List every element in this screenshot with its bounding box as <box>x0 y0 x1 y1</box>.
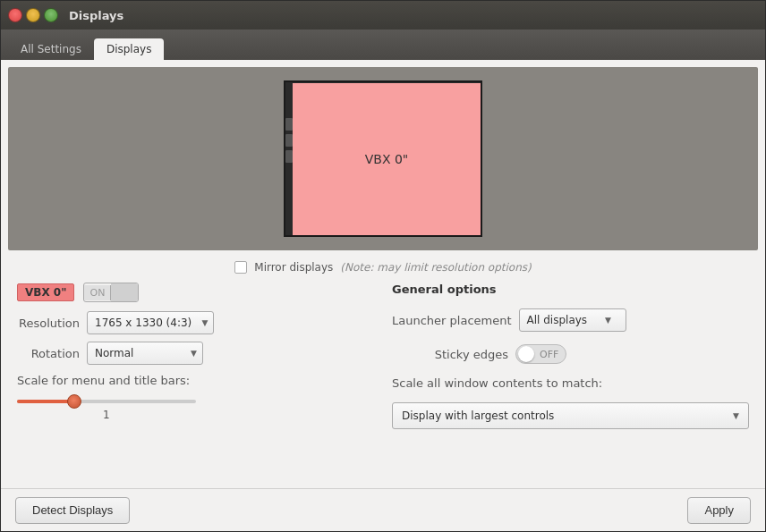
monitor-btn-2 <box>285 134 293 147</box>
launcher-label: Launcher placement <box>392 314 512 327</box>
launcher-value: All displays <box>527 314 588 326</box>
display-name-row: VBX 0" ON <box>17 283 374 302</box>
monitor-btn-3 <box>285 150 293 163</box>
slider-fill <box>17 400 71 403</box>
toggle-pill <box>518 346 534 362</box>
title-bar: Displays <box>1 1 765 30</box>
scale-window-label: Scale all window contents to match: <box>392 376 749 390</box>
slider-thumb[interactable] <box>67 394 81 409</box>
mirror-checkbox[interactable] <box>234 261 247 274</box>
settings-row: VBX 0" ON Resolution 1765 x 1330 (4:3) ▼ <box>17 283 749 481</box>
detect-displays-button[interactable]: Detect Displays <box>15 497 130 524</box>
display-largest-arrow-icon: ▼ <box>733 411 739 420</box>
resolution-label: Resolution <box>17 317 80 330</box>
resolution-arrow-icon: ▼ <box>201 318 208 327</box>
launcher-dropdown[interactable]: All displays ▼ <box>519 308 626 332</box>
display-preview: VBX 0" <box>8 67 758 250</box>
close-button[interactable] <box>8 8 22 22</box>
sticky-row: Sticky edges OFF <box>392 344 749 364</box>
display-largest-dropdown[interactable]: Display with largest controls ▼ <box>392 402 749 429</box>
tab-displays[interactable]: Displays <box>94 38 164 60</box>
toggle-on-label: ON <box>84 285 111 300</box>
window-title: Displays <box>69 9 123 22</box>
controls-area: Mirror displays (Note: may limit resolut… <box>1 254 765 488</box>
left-settings: VBX 0" ON Resolution 1765 x 1330 (4:3) ▼ <box>17 283 374 481</box>
monitor-side-buttons <box>285 118 293 163</box>
display-largest-label: Display with largest controls <box>402 410 554 422</box>
rotation-value: Normal <box>95 347 133 359</box>
scale-label: Scale for menu and title bars: <box>17 374 374 387</box>
monitor-outer: VBX 0" <box>284 80 482 237</box>
mirror-row: Mirror displays (Note: may limit resolut… <box>17 261 749 274</box>
toggle-knob <box>111 283 138 302</box>
bottom-bar: Detect Displays Apply <box>1 488 765 531</box>
window-controls <box>8 8 58 22</box>
scale-section: Scale for menu and title bars: 1 <box>17 374 374 421</box>
launcher-arrow-icon: ▼ <box>605 316 611 325</box>
sticky-label: Sticky edges <box>392 348 508 361</box>
general-options-title: General options <box>392 283 749 296</box>
tab-all-settings[interactable]: All Settings <box>8 38 94 60</box>
minimize-button[interactable] <box>26 8 40 22</box>
resolution-row: Resolution 1765 x 1330 (4:3) ▼ <box>17 311 374 334</box>
slider-value: 1 <box>103 409 110 421</box>
launcher-row: Launcher placement All displays ▼ <box>392 308 749 332</box>
main-content: VBX 0" Mirror displays (Note: may limit … <box>1 60 765 531</box>
sticky-off-text: OFF <box>536 349 566 360</box>
rotation-select[interactable]: Normal ▼ <box>87 342 203 365</box>
resolution-select[interactable]: 1765 x 1330 (4:3) ▼ <box>87 311 214 334</box>
slider-container: 1 <box>17 393 374 421</box>
nav-bar: All Settings Displays <box>1 30 765 60</box>
monitor-label: VBX 0" <box>365 152 409 166</box>
mirror-note: (Note: may limit resolution options) <box>340 261 531 274</box>
apply-button[interactable]: Apply <box>687 497 751 524</box>
scale-slider-track[interactable] <box>17 400 196 403</box>
rotation-label: Rotation <box>17 347 80 360</box>
resolution-value: 1765 x 1330 (4:3) <box>95 317 192 329</box>
right-settings: General options Launcher placement All d… <box>392 283 749 481</box>
rotation-row: Rotation Normal ▼ <box>17 342 374 365</box>
maximize-button[interactable] <box>44 8 58 22</box>
monitor-screen[interactable]: VBX 0" <box>293 83 481 235</box>
sticky-edges-toggle[interactable]: OFF <box>515 344 566 364</box>
monitor-btn-1 <box>285 118 293 131</box>
on-off-toggle[interactable]: ON <box>83 283 139 302</box>
display-name-badge: VBX 0" <box>17 283 74 301</box>
main-window: Displays All Settings Displays VBX 0" <box>0 0 766 532</box>
rotation-arrow-icon: ▼ <box>191 349 197 358</box>
mirror-label: Mirror displays <box>254 261 333 274</box>
